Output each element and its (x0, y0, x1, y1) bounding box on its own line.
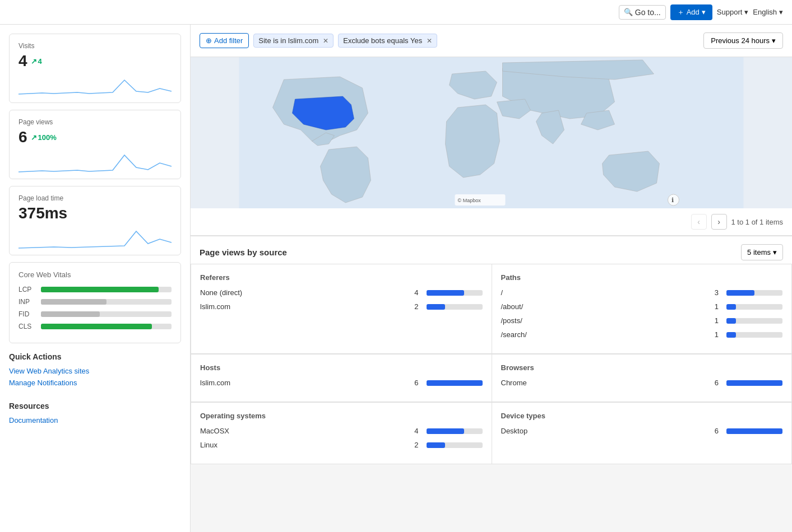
path-root-count: 3 (710, 288, 719, 297)
vitals-cls-bar-bg (41, 324, 172, 329)
vitals-inp-label: INP (18, 298, 35, 306)
main-layout: Visits 4 ↗ 4 Page views 6 ↗ 100 (0, 25, 792, 532)
device-desktop-count: 6 (710, 427, 719, 435)
plus-icon: ＋ (677, 7, 684, 17)
sidebar: Visits 4 ↗ 4 Page views 6 ↗ 100 (0, 25, 191, 532)
device-types-panel: Device types Desktop 6 (492, 402, 793, 464)
browser-chrome-label: Chrome (501, 379, 706, 387)
vitals-cls-row: CLS (18, 323, 172, 330)
analytics-row-2: Hosts lslim.com 6 Browsers Chrome 6 (191, 354, 792, 402)
pageviews-card: Page views 6 ↗ 100% (9, 110, 181, 179)
os-row-0: MacOSX 4 (200, 427, 483, 435)
page-load-label: Page load time (18, 194, 172, 202)
view-web-analytics-link[interactable]: View Web Analytics sites (9, 367, 181, 375)
referer-none-bar (427, 290, 464, 296)
browser-chrome-bar (726, 380, 782, 386)
browsers-panel: Browsers Chrome 6 (492, 354, 793, 402)
page-load-chart (18, 227, 172, 249)
vitals-lcp-bar (41, 287, 159, 292)
filter-site-tag: Site is in lslim.com ✕ (253, 34, 334, 48)
vitals-lcp-bar-bg (41, 287, 172, 292)
path-search-bar-bg (726, 332, 782, 338)
vitals-fid-row: FID (18, 310, 172, 318)
paths-row-0: / 3 (501, 288, 783, 297)
vitals-inp-row: INP (18, 298, 172, 306)
main-content: ⊕ Add filter Site is in lslim.com ✕ Excl… (191, 25, 792, 532)
add-filter-button[interactable]: ⊕ Add filter (200, 33, 249, 48)
filter-site-text: Site is in lslim.com (258, 36, 318, 45)
path-about-count: 1 (710, 302, 719, 311)
language-label: English (753, 8, 777, 16)
path-about-bar (726, 304, 736, 310)
add-button[interactable]: ＋ Add ▾ (670, 4, 712, 20)
items-chevron-icon: ▾ (773, 248, 777, 256)
referers-row-1: lslim.com 2 (200, 302, 483, 311)
vitals-fid-bar (41, 311, 100, 317)
os-linux-bar (427, 442, 445, 448)
os-macosx-label: MacOSX (200, 427, 405, 435)
paths-title: Paths (501, 273, 783, 282)
documentation-link[interactable]: Documentation (9, 416, 181, 424)
time-range-chevron-icon: ▾ (772, 36, 776, 45)
paths-row-1: /about/ 1 (501, 302, 783, 311)
time-range-button[interactable]: Previous 24 hours ▾ (703, 32, 783, 49)
vitals-fid-label: FID (18, 310, 35, 318)
browser-chrome-bar-bg (726, 380, 782, 386)
svg-text:© Mapbox: © Mapbox (458, 198, 481, 203)
filter-bar: ⊕ Add filter Site is in lslim.com ✕ Excl… (191, 25, 792, 57)
path-posts-bar-bg (726, 318, 782, 324)
filter-site-remove[interactable]: ✕ (323, 37, 328, 45)
vitals-lcp-label: LCP (18, 286, 35, 293)
paths-row-2: /posts/ 1 (501, 316, 783, 325)
page-load-card: Page load time 375ms (9, 186, 181, 255)
path-about-bar-bg (726, 304, 782, 310)
vitals-fid-bar-bg (41, 311, 172, 317)
visits-chart (18, 74, 172, 97)
browsers-title: Browsers (501, 363, 783, 372)
visits-card: Visits 4 ↗ 4 (9, 34, 181, 103)
os-linux-count: 2 (410, 441, 419, 449)
goto-button[interactable]: 🔍 Go to... (619, 5, 666, 20)
path-about-label: /about/ (501, 302, 706, 311)
device-desktop-label: Desktop (501, 427, 706, 435)
referers-row-0: None (direct) 4 (200, 288, 483, 297)
device-types-title: Device types (501, 412, 783, 420)
page-info: 1 to 1 of 1 items (731, 218, 784, 226)
prev-page-button[interactable]: ‹ (691, 214, 707, 230)
next-page-button[interactable]: › (711, 214, 727, 230)
vitals-inp-bar-bg (41, 299, 172, 305)
device-row-0: Desktop 6 (501, 427, 783, 435)
manage-notifications-link[interactable]: Manage Notifications (9, 379, 181, 387)
pageviews-value: 6 ↗ 100% (18, 128, 172, 146)
path-search-label: /search/ (501, 330, 706, 339)
os-linux-bar-bg (427, 442, 483, 448)
device-desktop-bar-bg (726, 428, 782, 434)
referers-panel: Referers None (direct) 4 lslim.com 2 (191, 264, 492, 354)
svg-point-3 (668, 194, 679, 206)
referer-none-label: None (direct) (200, 288, 405, 297)
add-chevron-icon: ▾ (702, 8, 706, 16)
language-button[interactable]: English ▾ (753, 8, 783, 16)
analytics-row-3: Operating systems MacOSX 4 Linux 2 (191, 402, 792, 464)
path-root-label: / (501, 288, 706, 297)
vitals-cls-bar (41, 324, 152, 329)
pageviews-label: Page views (18, 118, 172, 126)
search-icon: 🔍 (624, 8, 633, 16)
filter-bots-remove[interactable]: ✕ (427, 37, 432, 45)
support-button[interactable]: Support ▾ (717, 8, 749, 16)
quick-actions-section: Quick Actions View Web Analytics sites M… (9, 350, 181, 393)
page-load-value: 375ms (18, 204, 172, 222)
os-macosx-count: 4 (410, 427, 419, 435)
language-chevron-icon: ▾ (779, 8, 783, 16)
os-panel: Operating systems MacOSX 4 Linux 2 (191, 402, 492, 464)
plus-circle-icon: ⊕ (206, 36, 212, 45)
os-macosx-bar (427, 428, 464, 434)
items-select-button[interactable]: 5 items ▾ (741, 244, 783, 260)
visits-value: 4 ↗ 4 (18, 52, 172, 70)
referer-lslim-bar-bg (427, 304, 483, 310)
filter-bots-text: Exclude bots equals Yes (343, 36, 422, 45)
core-web-vitals-label: Core Web Vitals (18, 270, 172, 279)
map-section: © Mapbox ℹ ‹ › 1 to 1 of 1 items (191, 57, 792, 236)
resources-title: Resources (9, 402, 181, 410)
referer-lslim-count: 2 (410, 302, 419, 311)
